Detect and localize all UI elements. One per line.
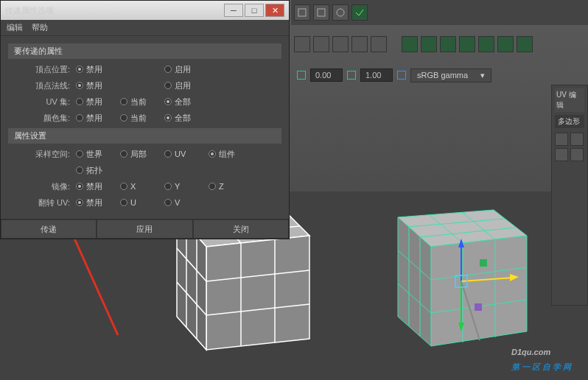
radio-local[interactable]: 局部 <box>120 149 164 160</box>
radio-y[interactable]: Y <box>164 182 209 191</box>
row-label: 采样空间: <box>8 149 76 160</box>
shelf-icon[interactable] <box>332 36 349 52</box>
radio-uv[interactable]: UV <box>164 149 209 158</box>
dialog-button-bar: 传递 应用 关闭 <box>1 219 289 239</box>
radio-topology[interactable]: 拓扑 <box>76 165 120 176</box>
shelf-icon[interactable] <box>440 36 456 52</box>
transfer-attrs-dialog: 传递属性选项 ─ □ ✕ 编辑 帮助 要传递的属性 顶点位置: 禁用 启用 顶点… <box>0 0 290 239</box>
tool-icon[interactable] <box>313 4 329 21</box>
shelf-icon[interactable] <box>402 36 418 52</box>
radio-x[interactable]: X <box>120 182 164 191</box>
menu-help[interactable]: 帮助 <box>32 22 48 33</box>
bracket-icon[interactable] <box>347 71 356 80</box>
minimize-button[interactable]: ─ <box>224 4 243 17</box>
row-mirror: 镜像: 禁用 X Y Z <box>8 179 281 194</box>
top-toolbar-1 <box>291 0 588 25</box>
uv-tool-icon[interactable] <box>570 133 584 146</box>
transfer-button[interactable]: 传递 <box>1 219 97 239</box>
radio-current[interactable]: 当前 <box>120 113 164 124</box>
section-header: 属性设置 <box>8 128 281 144</box>
display-bar: 0.00 1.00 sRGB gamma ▾ <box>291 66 588 84</box>
radio-disable[interactable]: 禁用 <box>76 96 120 108</box>
radio-current[interactable]: 当前 <box>120 96 164 108</box>
svg-marker-16 <box>431 236 527 346</box>
radio-world[interactable]: 世界 <box>76 149 120 160</box>
dialog-titlebar[interactable]: 传递属性选项 ─ □ ✕ <box>1 1 289 20</box>
row-label: 顶点位置: <box>8 64 76 75</box>
svg-rect-43 <box>318 9 325 16</box>
row-label: 颜色集: <box>8 113 76 124</box>
svg-rect-42 <box>298 9 306 16</box>
radio-z[interactable]: Z <box>209 182 253 191</box>
uv-tool-icon[interactable] <box>555 148 568 161</box>
radio-all[interactable]: 全部 <box>164 96 209 108</box>
maximize-button[interactable]: □ <box>245 4 264 17</box>
shelf-icon[interactable] <box>478 36 494 52</box>
shelf-icon[interactable] <box>497 36 514 52</box>
gamma-field[interactable]: 1.00 <box>360 68 393 82</box>
row-sample-space: 采样空间: 世界 局部 UV 组件 <box>8 147 281 161</box>
shelf-icon[interactable] <box>313 36 329 52</box>
toggle-icon[interactable] <box>397 71 406 80</box>
row-color-set: 颜色集: 禁用 当前 全部 <box>8 110 281 125</box>
uv-editor-panel: UV 编辑 多边形 <box>551 85 588 306</box>
uv-panel-title: UV 编辑 <box>555 88 584 112</box>
radio-disable[interactable]: 禁用 <box>76 64 120 75</box>
radio-enable[interactable]: 启用 <box>164 64 209 75</box>
shelf-icon[interactable] <box>294 36 310 52</box>
radio-all[interactable]: 全部 <box>164 113 209 124</box>
radio-disable[interactable]: 禁用 <box>76 113 120 124</box>
row-label: UV 集: <box>8 96 76 108</box>
row-uv-set: UV 集: 禁用 当前 全部 <box>8 94 281 109</box>
apply-button[interactable]: 应用 <box>97 219 192 239</box>
menu-edit[interactable]: 编辑 <box>7 22 23 33</box>
row-label: 顶点法线: <box>8 80 76 91</box>
row-vertex-position: 顶点位置: 禁用 启用 <box>8 62 281 77</box>
chevron-down-icon: ▾ <box>480 71 485 80</box>
section-header: 要传递的属性 <box>8 43 281 59</box>
shelf-icon[interactable] <box>421 36 437 52</box>
dialog-menubar: 编辑 帮助 <box>1 20 289 36</box>
tool-icon[interactable] <box>294 4 310 21</box>
radio-enable[interactable]: 启用 <box>164 80 209 91</box>
uv-tool-icon[interactable] <box>570 148 584 161</box>
shelf-icon[interactable] <box>371 36 387 52</box>
uv-tab[interactable]: 多边形 <box>555 115 584 128</box>
row-label: 翻转 UV: <box>8 197 76 208</box>
uv-tool-icon[interactable] <box>555 133 568 146</box>
row-flip-uv: 翻转 UV: 禁用 U V <box>8 195 281 210</box>
radio-v[interactable]: V <box>164 198 209 207</box>
row-vertex-normal: 顶点法线: 禁用 启用 <box>8 78 281 93</box>
radio-component[interactable]: 组件 <box>209 149 253 160</box>
top-toolbar-2 <box>291 29 588 59</box>
radio-disable[interactable]: 禁用 <box>76 80 120 91</box>
colorspace-select[interactable]: sRGB gamma ▾ <box>410 68 491 82</box>
radio-disable[interactable]: 禁用 <box>76 197 120 208</box>
shelf-icon[interactable] <box>517 36 533 52</box>
row-sample-space-2: 拓扑 <box>8 163 281 177</box>
tool-icon-active[interactable] <box>351 4 368 21</box>
shelf-icon[interactable] <box>459 36 475 52</box>
svg-marker-1 <box>206 236 309 350</box>
svg-point-44 <box>337 9 344 16</box>
exposure-field[interactable]: 0.00 <box>310 68 343 82</box>
watermark: D1qu.com 第一区自学网 <box>511 331 573 373</box>
radio-u[interactable]: U <box>120 198 164 207</box>
close-button[interactable]: ✕ <box>265 4 284 17</box>
cube-object-2-selected[interactable] <box>376 162 553 355</box>
shelf-icon[interactable] <box>351 36 368 52</box>
select-value: sRGB gamma <box>417 71 468 80</box>
radio-disable[interactable]: 禁用 <box>76 181 120 192</box>
dialog-title-text: 传递属性选项 <box>5 5 54 16</box>
tool-icon[interactable] <box>332 4 349 21</box>
close-dialog-button[interactable]: 关闭 <box>193 219 289 239</box>
bracket-icon[interactable] <box>297 71 306 80</box>
row-label: 镜像: <box>8 181 76 192</box>
